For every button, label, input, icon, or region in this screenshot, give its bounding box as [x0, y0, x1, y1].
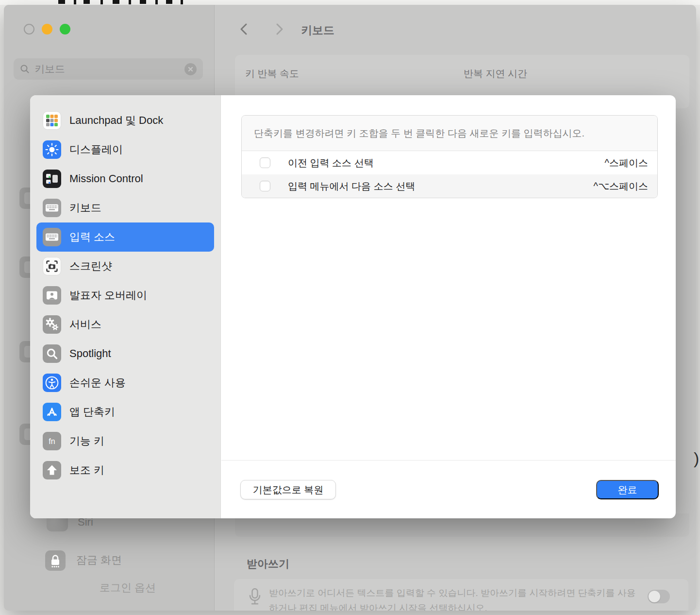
sidebar-item-label: 서비스	[69, 317, 101, 332]
spotlight-icon	[43, 344, 61, 363]
clipped-text-fragment	[129, 0, 131, 4]
presenter-overlay-icon	[43, 286, 61, 305]
clipped-top-strip	[0, 0, 700, 5]
window-close-button[interactable]	[24, 24, 34, 34]
sidebar-item-spotlight[interactable]: Spotlight	[30, 339, 220, 368]
sidebar-item-label: Launchpad 및 Dock	[69, 113, 163, 128]
back-chevron-icon[interactable]	[238, 23, 250, 35]
sidebar-item-modifier-keys[interactable]: 보조 키	[30, 456, 220, 485]
shortcut-checkbox[interactable]	[260, 181, 270, 191]
sidebar-item-app-shortcuts[interactable]: 앱 단축키	[30, 397, 220, 427]
clipped-text-fragment	[100, 0, 103, 4]
svg-text:fn: fn	[49, 437, 55, 445]
display-icon	[43, 140, 61, 159]
sidebar-item-label: 키보드	[69, 201, 101, 215]
clipped-text-fragment	[113, 0, 119, 4]
clipped-text-fragment	[140, 0, 146, 4]
sidebar-item-label: 입력 소스	[69, 230, 115, 244]
sidebar-item-lock-screen[interactable]: 잠금 화면	[76, 554, 122, 566]
clipped-text-fragment	[181, 0, 183, 4]
shortcut-checkbox[interactable]	[260, 157, 270, 168]
clipped-text-fragment	[83, 0, 90, 4]
sidebar-item-label: 기능 키	[69, 434, 104, 448]
window-minimize-button[interactable]	[42, 24, 52, 34]
shortcut-label: 이전 입력 소스 선택	[288, 156, 605, 170]
sidebar-item-label: Spotlight	[69, 347, 111, 360]
clipped-text-fragment	[155, 0, 158, 4]
sidebar-item-mission-control[interactable]: Mission Control	[30, 164, 220, 193]
toggle-knob	[649, 591, 660, 602]
sidebar-item-launchpad-dock[interactable]: Launchpad 및 Dock	[30, 106, 220, 135]
input-sources-icon	[43, 228, 61, 246]
accessibility-icon	[43, 374, 61, 392]
sidebar-item-keyboard[interactable]: 키보드	[30, 193, 220, 222]
done-button[interactable]: 완료	[596, 480, 659, 499]
app-shortcuts-icon	[43, 403, 61, 421]
shortcut-key-combo[interactable]: ^⌥스페이스	[594, 180, 648, 193]
forward-chevron-icon[interactable]	[273, 23, 285, 35]
search-icon	[20, 64, 30, 74]
window-zoom-button[interactable]	[60, 24, 70, 34]
sidebar-item-input-sources[interactable]: 입력 소스	[36, 222, 214, 252]
launchpad-icon	[43, 111, 61, 130]
sidebar-item-label: 디스플레이	[69, 142, 123, 157]
sidebar-item-label: 스크린샷	[69, 259, 112, 273]
keyboard-shortcuts-dialog: Launchpad 및 Dock 디스플레이	[30, 95, 676, 518]
sidebar-item-screenshots[interactable]: 스크린샷	[30, 252, 220, 281]
fn-key-icon: fn	[43, 432, 61, 450]
keyboard-icon	[43, 199, 61, 217]
sidebar-item-label: 발표자 오버레이	[69, 288, 147, 303]
lock-icon	[45, 550, 66, 571]
sidebar-item-function-keys[interactable]: fn 기능 키	[30, 427, 220, 456]
microphone-icon	[249, 588, 261, 608]
sidebar-item-services[interactable]: 서비스	[30, 310, 220, 339]
shortcuts-sidebar: Launchpad 및 Dock 디스플레이	[30, 95, 221, 518]
repeat-delay-label: 반복 지연 시간	[464, 67, 527, 80]
shortcut-key-combo[interactable]: ^스페이스	[605, 156, 648, 170]
shortcuts-panel: 단축키를 변경하려면 키 조합을 두 번 클릭한 다음 새로운 키를 입력하십시…	[221, 95, 676, 518]
sidebar-item-label: 보조 키	[69, 463, 104, 478]
mission-control-icon	[43, 170, 61, 188]
shortcut-row[interactable]: 이전 입력 소스 선택 ^스페이스	[242, 151, 657, 174]
sidebar-item-label: 앱 단축키	[69, 405, 115, 419]
clipped-text-fragment	[58, 0, 65, 4]
sidebar-item-display[interactable]: 디스플레이	[30, 135, 220, 164]
clipped-text-fragment	[74, 0, 76, 4]
dictation-card: 받아쓰기로 어디서든 텍스트를 입력할 수 있습니다. 받아쓰기를 시작하려면 …	[234, 579, 688, 611]
sidebar-item-label: Mission Control	[69, 172, 143, 185]
search-clear-icon[interactable]	[184, 63, 197, 75]
shortcuts-instruction: 단축키를 변경하려면 키 조합을 두 번 클릭한 다음 새로운 키를 입력하십시…	[242, 116, 657, 151]
screenshot-icon	[43, 257, 61, 275]
services-icon	[43, 315, 61, 334]
restore-defaults-button[interactable]: 기본값으로 복원	[240, 480, 336, 499]
clipped-text-fragment	[166, 0, 172, 4]
search-value: 키보드	[34, 62, 184, 76]
shortcut-label: 입력 메뉴에서 다음 소스 선택	[288, 180, 594, 193]
dictation-description: 받아쓰기로 어디서든 텍스트를 입력할 수 있습니다. 받아쓰기를 시작하려면 …	[269, 585, 644, 611]
sidebar-item-presenter-overlay[interactable]: 발표자 오버레이	[30, 281, 220, 310]
clipped-background-glyph: )	[694, 449, 699, 468]
shortcuts-category-list: Launchpad 및 Dock 디스플레이	[30, 106, 220, 485]
sidebar-item-accessibility[interactable]: 손쉬운 사용	[30, 368, 220, 397]
search-input[interactable]: 키보드	[14, 58, 203, 80]
page-title: 키보드	[301, 23, 334, 38]
dictation-toggle[interactable]	[648, 590, 670, 603]
dictation-title: 받아쓰기	[247, 557, 289, 571]
key-repeat-label: 키 반복 속도	[245, 67, 299, 80]
shortcuts-table: 단축키를 변경하려면 키 조합을 두 번 클릭한 다음 새로운 키를 입력하십시…	[241, 115, 658, 198]
sidebar-item-label: 손쉬운 사용	[69, 376, 126, 390]
modifier-keys-icon	[43, 461, 61, 479]
shortcut-row[interactable]: 입력 메뉴에서 다음 소스 선택 ^⌥스페이스	[242, 174, 657, 198]
sidebar-item-login-options[interactable]: 로그인 옵션	[100, 582, 156, 594]
footer-divider	[221, 460, 676, 461]
